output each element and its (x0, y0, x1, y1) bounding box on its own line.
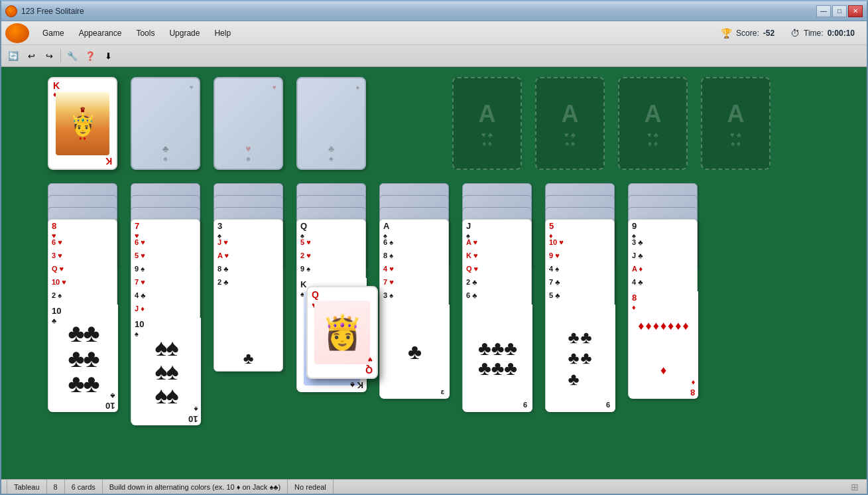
foundation-slot-3[interactable]: A ♥ ♣ ♠ ♠ (618, 77, 688, 170)
card-ace-spades[interactable]: A♠ 6 ♠ 8 ♠ 4 ♥ 7 ♥ 3 ♠ ♣ ε (379, 219, 449, 398)
dragged-queen-hearts[interactable]: Q♥ 👸 Q♥ (306, 286, 378, 379)
redo-button[interactable]: ↪ (41, 48, 57, 64)
game-area[interactable]: K ♦ K 👑 ♛ 🤴 ♦ ♦ ♣ ♠ ♥ (1, 67, 867, 479)
trophy-icon: 🏆 (721, 28, 732, 38)
redeal-status: No redeal (288, 480, 334, 494)
card-jack-clubs[interactable]: J♠ A ♥ K ♥ Q ♥ 2 ♣ 6 ♣ ♣♣♣♣♣♣ 6 (462, 219, 532, 411)
time-value: 0:00:10 (828, 29, 855, 38)
card-8-hearts[interactable]: 8♥ 6 ♥ 3 ♥ Q ♥ 10 ♥ 2 ♠ 10♣ ♣♣♣♣♣♣ 10♣ (48, 219, 117, 411)
card-3-spades[interactable]: 3♠ J ♥ A ♥ 8 ♣ 2 ♣ ♣ (214, 219, 283, 372)
menu-upgrade[interactable]: Upgrade (162, 27, 206, 39)
card-7-hearts[interactable]: 7♥ 6 ♥ 5 ♥ 9 ♠ 7 ♥ 4 ♣ J ♦ 10♠ ♠♠♠♠♠♠ 10… (131, 219, 200, 425)
maximize-button[interactable]: □ (832, 5, 847, 17)
menu-game[interactable]: Game (36, 27, 71, 39)
settings-button[interactable]: 🔧 (64, 48, 80, 64)
new-game-button[interactable]: 🔄 (5, 48, 21, 64)
menu-help[interactable]: Help (208, 27, 237, 39)
stock-pile-3[interactable]: ♥ ♠ ♥ (214, 77, 283, 170)
application-window: 123 Free Solitaire — □ ✕ Game Appearance… (0, 0, 868, 495)
foundation-slot-4[interactable]: A ♥ ♣ ♠ ♠ (701, 77, 771, 170)
cards-status: 6 cards (65, 480, 103, 494)
card-9-spades[interactable]: 9♠ 3 ♣ J ♣ A ♦ 4 ♣ 8♦ ♦♦ ♦♦ ♦♦ ♦♦ 8♦ (628, 219, 698, 398)
menu-tools[interactable]: Tools (129, 27, 161, 39)
stock-pile-1[interactable]: K ♦ K 👑 ♛ 🤴 ♦ ♦ (48, 77, 117, 170)
title-bar: 123 Free Solitaire — □ ✕ (1, 1, 867, 21)
foundation-slot-2[interactable]: A ♥ ♣ ♠ ♠ (535, 77, 605, 170)
clock-icon: ⏱ (790, 28, 800, 38)
menu-appearance[interactable]: Appearance (72, 27, 129, 39)
redeal-value: No redeal (294, 483, 326, 491)
window-title: 123 Free Solitaire (21, 7, 84, 16)
rule-status: Build down in alternating colors (ex. 10… (103, 480, 288, 494)
window-controls: — □ ✕ (816, 5, 863, 17)
status-grid-icon: ⊞ (334, 482, 861, 492)
toolbar-separator-1 (60, 49, 61, 62)
stock-pile-2[interactable]: ♣ ♠ ♥ (131, 77, 200, 170)
game-type-status: Tableau (7, 480, 47, 494)
status-bar: Tableau 8 6 cards Build down in alternat… (1, 479, 867, 494)
download-button[interactable]: ⬇ (100, 48, 116, 64)
game-type-label: Tableau (14, 483, 40, 491)
king-diamonds-card[interactable]: K ♦ K 👑 ♛ 🤴 ♦ ♦ (48, 77, 117, 170)
app-logo (5, 23, 29, 43)
foundation-slot-1[interactable]: A ♥ ♣ ♠ ♠ (452, 77, 522, 170)
columns-status: 8 (47, 480, 65, 494)
rule-text: Build down in alternating colors (ex. 10… (109, 483, 280, 491)
columns-value: 8 (54, 483, 58, 491)
score-label: Score: (736, 29, 759, 38)
card-5-diamonds[interactable]: 5♦ 10 ♥ 9 ♥ 4 ♠ 7 ♣ 5 ♣ ♣♣♣♣♣ 6 (545, 219, 615, 411)
title-bar-left: 123 Free Solitaire (5, 5, 84, 17)
minimize-button[interactable]: — (816, 5, 831, 17)
score-value: -52 (763, 29, 775, 38)
stock-pile-4[interactable]: ♣ ♠ ♠ (296, 77, 366, 170)
app-icon (5, 5, 17, 17)
cards-value: 6 cards (72, 483, 95, 491)
close-button[interactable]: ✕ (848, 5, 863, 17)
help-button[interactable]: ❓ (82, 48, 98, 64)
time-label: Time: (804, 29, 824, 38)
score-area: 🏆 Score: -52 (721, 28, 775, 38)
time-area: ⏱ Time: 0:00:10 (790, 28, 855, 38)
undo-button[interactable]: ↩ (23, 48, 39, 64)
